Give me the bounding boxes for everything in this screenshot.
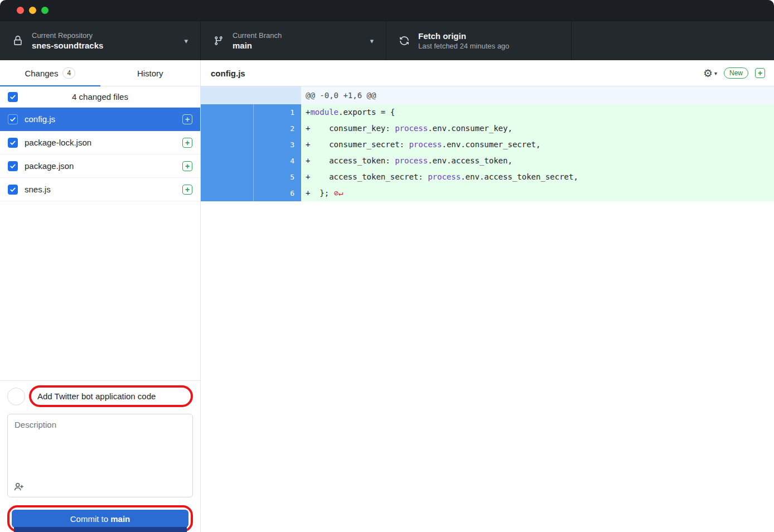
- tab-history[interactable]: History: [100, 60, 201, 86]
- new-file-badge: New: [724, 67, 748, 79]
- changes-count-badge: 4: [62, 67, 75, 79]
- file-checkbox[interactable]: [8, 161, 18, 171]
- commit-description-box[interactable]: [7, 414, 193, 497]
- branch-name: main: [233, 41, 282, 50]
- subheader: Changes 4 History config.js ⚙▾ New +: [0, 60, 774, 86]
- new-line-number: 6: [254, 185, 301, 201]
- file-status-added-icon: +: [182, 161, 192, 171]
- diff-file-header: config.js ⚙▾ New +: [201, 60, 774, 86]
- commit-button-label: Commit to: [70, 514, 108, 524]
- new-line-number: 4: [254, 153, 301, 169]
- diff-code-line: + access_token_secret: process.env.acces…: [301, 169, 774, 185]
- new-line-number: 3: [254, 137, 301, 153]
- sidebar-empty-area: [0, 201, 200, 380]
- file-status-added-icon: +: [182, 114, 192, 124]
- commit-description-input[interactable]: [8, 414, 192, 475]
- file-name: config.js: [25, 114, 55, 124]
- diff-line: 3+ consumer_secret: process.env.consumer…: [201, 137, 774, 153]
- changes-sidebar: 4 changed files config.js+package-lock.j…: [0, 86, 201, 532]
- branch-label: Current Branch: [233, 31, 282, 40]
- hunk-header-text: @@ -0,0 +1,6 @@: [301, 86, 774, 104]
- toolbar: Current Repository snes-soundtracks ▾ Cu…: [0, 21, 774, 60]
- zoom-button[interactable]: [41, 7, 49, 14]
- diff-line: 6+ }; ⊘↵: [201, 185, 774, 201]
- diff-line: 5+ access_token_secret: process.env.acce…: [201, 169, 774, 185]
- gear-icon[interactable]: ⚙▾: [703, 67, 717, 80]
- diff-file-name: config.js: [211, 69, 245, 78]
- titlebar: [0, 0, 774, 21]
- new-line-number: 2: [254, 120, 301, 137]
- commit-button-branch: main: [110, 514, 130, 524]
- diff-panel: @@ -0,0 +1,6 @@ 1+module.exports = {2+ c…: [201, 86, 774, 532]
- file-name: package.json: [25, 161, 74, 171]
- changed-files-summary-row: 4 changed files: [0, 86, 200, 108]
- file-checkbox[interactable]: [8, 138, 18, 148]
- file-checkbox[interactable]: [8, 185, 18, 195]
- diff-lines: 1+module.exports = {2+ consumer_key: pro…: [201, 104, 774, 201]
- old-line-number: [201, 169, 254, 185]
- sidebar-tabs: Changes 4 History: [0, 60, 201, 86]
- lock-icon: [12, 36, 23, 46]
- annotation-box-summary: [29, 385, 193, 407]
- old-line-number: [201, 153, 254, 169]
- hunk-header-row: @@ -0,0 +1,6 @@: [201, 86, 774, 104]
- chevron-down-icon: ▾: [370, 37, 374, 45]
- tab-changes[interactable]: Changes 4: [0, 60, 100, 86]
- commit-button[interactable]: Commit to main: [12, 510, 188, 528]
- old-line-number: [201, 185, 254, 201]
- window-bottom-strip: [14, 527, 187, 532]
- diff-code-line: + consumer_secret: process.env.consumer_…: [301, 137, 774, 153]
- git-branch-icon: [213, 36, 224, 46]
- current-repository-dropdown[interactable]: Current Repository snes-soundtracks ▾: [0, 21, 201, 60]
- commit-panel: Commit to main: [0, 380, 200, 532]
- fetch-origin-label: Fetch origin: [418, 31, 509, 41]
- avatar: [7, 388, 25, 405]
- old-line-number: [201, 137, 254, 153]
- new-line-number: 1: [254, 104, 301, 120]
- repository-name: snes-soundtracks: [32, 41, 103, 50]
- tab-changes-label: Changes: [25, 69, 58, 78]
- sync-icon: [399, 36, 410, 46]
- tab-history-label: History: [137, 69, 163, 78]
- new-line-number: 5: [254, 169, 301, 185]
- close-button[interactable]: [17, 7, 24, 14]
- diff-code-line: +module.exports = {: [301, 104, 774, 120]
- current-branch-dropdown[interactable]: Current Branch main ▾: [201, 21, 386, 60]
- app-window: Current Repository snes-soundtracks ▾ Cu…: [0, 0, 774, 532]
- file-row-config.js[interactable]: config.js+: [0, 108, 200, 131]
- add-coauthor-icon[interactable]: [14, 482, 24, 492]
- diff-code-line: + consumer_key: process.env.consumer_key…: [301, 120, 774, 137]
- file-row-snes.js[interactable]: snes.js+: [0, 178, 200, 201]
- old-line-number: [201, 104, 254, 120]
- chevron-down-icon: ▾: [184, 37, 188, 45]
- minimize-button[interactable]: [29, 7, 36, 14]
- diff-line: 2+ consumer_key: process.env.consumer_ke…: [201, 120, 774, 137]
- diff-code-line: + access_token: process.env.access_token…: [301, 153, 774, 169]
- file-list: config.js+package-lock.json+package.json…: [0, 108, 200, 201]
- file-status-added-icon: +: [182, 185, 192, 195]
- file-name: package-lock.json: [25, 138, 91, 147]
- added-file-icon: +: [755, 68, 765, 78]
- old-line-number: [201, 120, 254, 137]
- file-name: snes.js: [25, 185, 51, 194]
- diff-line: 1+module.exports = {: [201, 104, 774, 120]
- file-checkbox[interactable]: [8, 114, 18, 124]
- chevron-down-icon: ▾: [714, 70, 717, 76]
- file-row-package.json[interactable]: package.json+: [0, 154, 200, 178]
- diff-line: 4+ access_token: process.env.access_toke…: [201, 153, 774, 169]
- changed-files-summary-label: 4 changed files: [72, 92, 128, 101]
- fetch-origin-button[interactable]: Fetch origin Last fetched 24 minutes ago: [386, 21, 572, 60]
- select-all-checkbox[interactable]: [8, 92, 18, 102]
- commit-summary-input[interactable]: [31, 388, 191, 405]
- hunk-gutter: [201, 86, 301, 104]
- file-status-added-icon: +: [182, 138, 192, 148]
- diff-code-line: + }; ⊘↵: [301, 185, 774, 201]
- last-fetched-status: Last fetched 24 minutes ago: [418, 42, 509, 50]
- file-row-package-lock.json[interactable]: package-lock.json+: [0, 131, 200, 154]
- repository-label: Current Repository: [32, 31, 103, 40]
- main-content: 4 changed files config.js+package-lock.j…: [0, 86, 774, 532]
